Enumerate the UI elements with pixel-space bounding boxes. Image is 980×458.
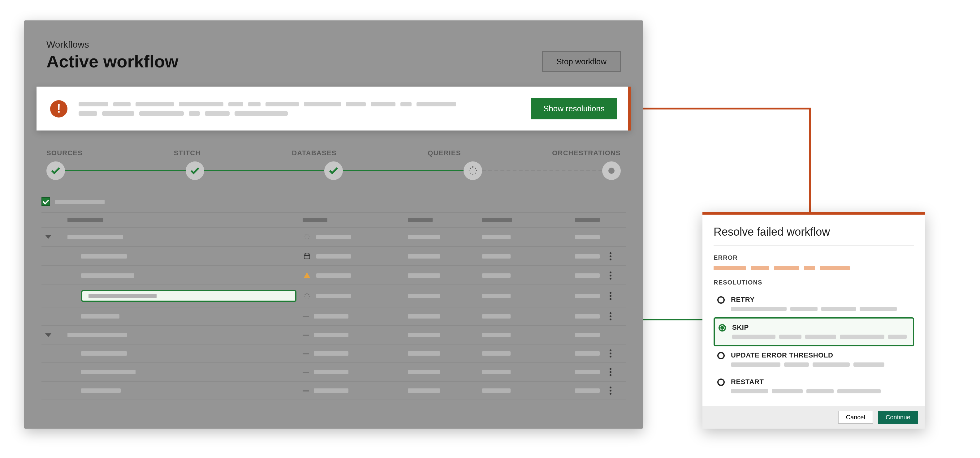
step-label-sources: SOURCES <box>46 149 83 157</box>
svg-rect-16 <box>304 254 310 259</box>
dialog-footer: Cancel Continue <box>702 406 925 429</box>
chevron-down-icon[interactable] <box>45 333 51 337</box>
calendar-icon <box>302 252 311 260</box>
svg-point-1 <box>474 168 476 169</box>
chevron-down-icon[interactable] <box>45 235 51 239</box>
check-icon <box>189 165 200 176</box>
step-label-queries: QUERIES <box>428 149 461 157</box>
svg-point-10 <box>309 236 310 237</box>
svg-point-29 <box>305 294 306 295</box>
kebab-menu-icon[interactable] <box>606 252 614 260</box>
svg-point-26 <box>307 298 307 299</box>
svg-rect-21 <box>307 276 307 277</box>
error-section-label: ERROR <box>714 254 914 261</box>
resolutions-section-label: RESOLUTIONS <box>714 279 914 286</box>
svg-point-5 <box>470 173 470 173</box>
resolution-option-restart[interactable]: RESTART <box>714 373 914 399</box>
svg-point-15 <box>305 235 306 236</box>
spinner-icon <box>302 233 311 241</box>
check-icon <box>50 165 61 176</box>
table-row-failed[interactable] <box>41 285 626 307</box>
kebab-menu-icon[interactable] <box>606 271 614 279</box>
radio-icon[interactable] <box>717 352 725 359</box>
table-row[interactable] <box>41 344 626 363</box>
svg-rect-20 <box>307 274 307 276</box>
connector-alert-to-dialog-h <box>629 108 810 109</box>
stop-workflow-button[interactable]: Stop workflow <box>542 51 621 72</box>
radio-icon[interactable] <box>717 379 725 386</box>
svg-point-7 <box>469 168 471 169</box>
workflow-table <box>24 186 643 400</box>
progress-stepper: SOURCES STITCH DATABASES QUERIES ORCHEST… <box>24 130 643 186</box>
step-node-sources <box>46 162 65 180</box>
svg-point-9 <box>309 235 309 236</box>
step-node-databases <box>324 162 343 180</box>
svg-point-8 <box>307 234 308 235</box>
step-label-orchestrations: ORCHESTRATIONS <box>552 149 621 157</box>
spinner-icon <box>302 292 311 300</box>
table-row[interactable] <box>41 266 626 285</box>
workflow-panel: Workflows Active workflow Stop workflow … <box>24 21 643 429</box>
alert-icon: ! <box>50 100 67 117</box>
table-row[interactable] <box>41 363 626 382</box>
svg-point-13 <box>305 238 305 239</box>
check-icon <box>328 165 339 176</box>
spinner-icon <box>468 166 477 176</box>
cancel-button[interactable]: Cancel <box>838 411 873 424</box>
svg-point-0 <box>472 166 473 168</box>
alert-banner: ! Show resolutions <box>37 87 631 130</box>
table-header-row <box>41 212 626 228</box>
kebab-menu-icon[interactable] <box>606 387 614 395</box>
kebab-menu-icon[interactable] <box>606 368 614 376</box>
step-label-stitch: STITCH <box>174 149 201 157</box>
resolve-dialog: Resolve failed workflow ERROR RESOLUTION… <box>702 212 925 429</box>
kebab-menu-icon[interactable] <box>606 292 614 300</box>
header-eyebrow: Workflows <box>46 39 178 49</box>
resolution-option-retry[interactable]: RETRY <box>714 291 914 317</box>
step-node-orchestrations <box>602 162 621 180</box>
workflow-header: Workflows Active workflow Stop workflow <box>24 21 643 81</box>
dialog-title: Resolve failed workflow <box>714 226 914 246</box>
header-title: Active workflow <box>46 52 178 72</box>
svg-point-25 <box>309 298 309 298</box>
svg-point-24 <box>309 296 310 296</box>
warning-icon <box>302 271 311 280</box>
table-row[interactable] <box>41 326 626 344</box>
svg-point-14 <box>304 236 304 237</box>
svg-point-6 <box>468 170 469 171</box>
dash-icon <box>302 371 309 372</box>
svg-point-4 <box>472 174 473 175</box>
dash-icon <box>302 334 309 336</box>
kebab-menu-icon[interactable] <box>606 349 614 358</box>
resolution-option-update[interactable]: UPDATE ERROR THRESHOLD <box>714 346 914 373</box>
show-resolutions-button[interactable]: Show resolutions <box>531 98 617 119</box>
select-all-checkbox[interactable] <box>41 197 50 206</box>
connector-alert-to-dialog-v <box>809 108 811 214</box>
dash-icon <box>302 353 309 354</box>
svg-point-28 <box>304 296 304 296</box>
table-row[interactable] <box>41 307 626 326</box>
kebab-menu-icon[interactable] <box>606 312 614 320</box>
table-row[interactable] <box>41 228 626 247</box>
svg-point-23 <box>309 294 309 295</box>
svg-point-27 <box>305 298 305 298</box>
radio-icon[interactable] <box>717 296 725 304</box>
dash-icon <box>302 390 309 391</box>
step-node-stitch <box>185 162 204 180</box>
svg-point-12 <box>307 239 307 240</box>
step-label-databases: DATABASES <box>292 149 336 157</box>
svg-point-11 <box>309 238 309 239</box>
dash-icon <box>302 316 309 317</box>
table-row[interactable] <box>41 247 626 266</box>
table-row[interactable] <box>41 382 626 400</box>
svg-point-22 <box>307 293 308 294</box>
radio-icon[interactable] <box>719 324 726 331</box>
svg-point-2 <box>476 170 477 171</box>
svg-point-3 <box>475 173 476 174</box>
step-node-queries <box>463 162 482 180</box>
continue-button[interactable]: Continue <box>878 411 918 424</box>
resolution-option-skip[interactable]: SKIP <box>714 317 914 346</box>
